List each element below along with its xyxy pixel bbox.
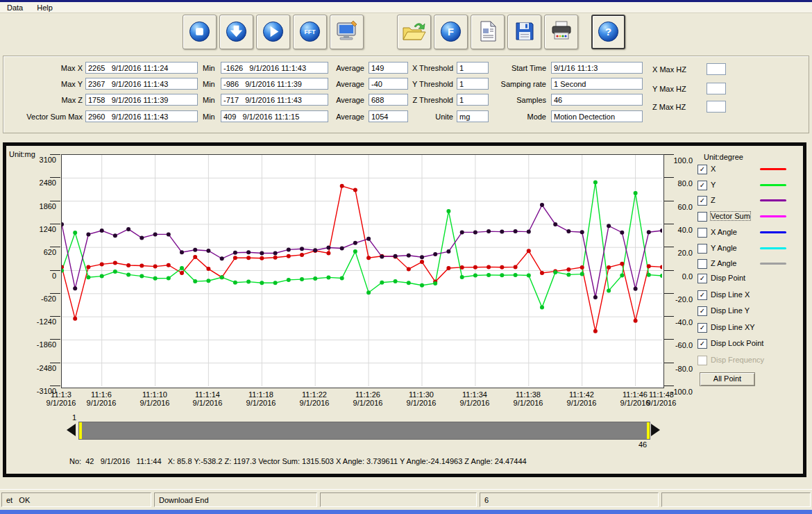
legend-swatch-x xyxy=(760,168,786,170)
samping-rate-field[interactable] xyxy=(551,78,643,90)
report-button[interactable] xyxy=(471,15,505,49)
save-button[interactable] xyxy=(507,15,541,49)
download-button[interactable] xyxy=(219,15,253,49)
max-z-min-field[interactable] xyxy=(221,94,328,106)
menu-item-help[interactable]: Help xyxy=(30,3,60,12)
menu-item-data[interactable]: Data xyxy=(0,3,30,12)
option-checkbox-disp-line-y[interactable]: ✓ xyxy=(697,306,707,316)
option-label-disp-point[interactable]: Disp Point xyxy=(711,274,745,282)
help-button[interactable]: ? xyxy=(591,15,625,49)
y-left-tick-label: 2480 xyxy=(19,179,56,187)
option-checkbox-disp-lock-point[interactable]: ✓ xyxy=(697,339,707,349)
start-time-field[interactable] xyxy=(551,62,643,74)
plot-area[interactable] xyxy=(61,154,664,388)
option-checkbox-disp-line-xy[interactable]: ✓ xyxy=(697,323,707,333)
y-left-tick-label: 1860 xyxy=(19,202,56,210)
legend-unit-label: Unit:degree xyxy=(704,153,743,161)
legend-swatch-y-angle xyxy=(760,247,786,249)
legend-checkbox-x-angle[interactable] xyxy=(697,228,707,238)
y-left-tick xyxy=(50,386,60,386)
x-tick-label: 11:1:389/1/2016 xyxy=(503,390,553,407)
samping-rate-label: Samping rate xyxy=(499,80,546,88)
stop-button[interactable] xyxy=(183,15,217,49)
z-threshold-label: Z Threshold xyxy=(412,96,453,104)
x-tick-label: 11:1:269/1/2016 xyxy=(343,390,393,407)
legend-label-x-angle[interactable]: X Angle xyxy=(711,228,737,236)
all-point-button[interactable]: All Point xyxy=(700,372,755,386)
option-checkbox-disp-point[interactable]: ✓ xyxy=(697,274,707,283)
y-right-tick-label: 0.0 xyxy=(666,272,693,281)
x-max-hz-field[interactable] xyxy=(707,63,726,75)
legend-checkbox-vector-sum[interactable] xyxy=(697,212,707,222)
vector-sum-max-field[interactable] xyxy=(85,110,198,122)
scrollbar-end-cap[interactable] xyxy=(647,422,650,439)
y-right-tick-label: 40.0 xyxy=(666,226,693,234)
toolbar-group-acquisition: FFT xyxy=(183,15,364,49)
option-label-disp-line-y[interactable]: Disp Line Y xyxy=(711,306,750,315)
legend-checkbox-z[interactable]: ✓ xyxy=(697,196,707,206)
scrollbar-right-arrow-icon[interactable] xyxy=(651,424,660,436)
max-x-min-field[interactable] xyxy=(221,62,328,74)
legend-label-vector-sum[interactable]: Vector Sum xyxy=(711,212,750,220)
scrollbar-start-cap[interactable] xyxy=(79,422,82,439)
option-label-disp-line-x[interactable]: Disp Line X xyxy=(711,290,750,299)
scrollbar-track[interactable] xyxy=(78,422,650,440)
scrollbar-left-arrow-icon[interactable] xyxy=(67,424,76,436)
option-label-disp-line-xy[interactable]: Disp Line XY xyxy=(711,323,755,331)
mode-label: Mode xyxy=(499,113,546,121)
max-z-average-field[interactable] xyxy=(369,94,408,106)
vector-sum-max-average-field[interactable] xyxy=(369,110,408,122)
legend-label-z[interactable]: Z xyxy=(711,196,716,204)
fft-icon: FFT xyxy=(298,20,321,44)
legend-checkbox-y-angle[interactable] xyxy=(697,244,707,254)
legend-swatch-z-angle xyxy=(760,263,786,265)
max-x-field[interactable] xyxy=(85,62,198,74)
legend-label-y-angle[interactable]: Y Angle xyxy=(711,244,737,252)
y-right-tick-label: -80.0 xyxy=(666,365,693,373)
fft-button[interactable]: FFT xyxy=(293,15,327,49)
max-x-average-field[interactable] xyxy=(369,62,408,74)
x-tick-label: 11:1:69/1/2016 xyxy=(76,390,126,407)
svg-text:?: ? xyxy=(605,26,611,38)
y-max-hz-field[interactable] xyxy=(707,83,726,94)
legend-checkbox-x[interactable]: ✓ xyxy=(697,165,707,174)
screen-edit-button[interactable] xyxy=(330,15,364,49)
y-left-tick xyxy=(50,201,60,201)
status-panel-4: 6 xyxy=(480,492,659,507)
selected-point-info: No: 42 9/1/2016 11:1:44 X: 85.8 Y:-538.2… xyxy=(6,457,812,465)
vector-sum-max-min-field[interactable] xyxy=(221,110,328,122)
unite-field[interactable] xyxy=(457,110,489,122)
samples-field[interactable] xyxy=(551,94,643,106)
z-threshold-field[interactable] xyxy=(457,94,489,106)
play-button[interactable] xyxy=(256,15,290,49)
legend-label-y[interactable]: Y xyxy=(711,181,716,189)
legend-checkbox-z-angle[interactable] xyxy=(697,259,707,269)
y-left-tick-label: 1240 xyxy=(19,225,56,233)
open-file-button[interactable] xyxy=(397,15,431,49)
legend-checkbox-y[interactable]: ✓ xyxy=(697,181,707,190)
mode-field[interactable] xyxy=(551,110,643,122)
unite-label: Unite xyxy=(412,113,453,121)
option-label-disp-frequency: Disp Frequency xyxy=(711,356,764,364)
option-label-disp-lock-point[interactable]: Disp Lock Point xyxy=(711,339,763,347)
x-threshold-field[interactable] xyxy=(457,62,489,74)
z-max-hz-field[interactable] xyxy=(707,101,726,113)
max-y-min-field[interactable] xyxy=(221,78,328,90)
y-right-tick xyxy=(663,224,674,224)
help-icon: ? xyxy=(597,20,620,44)
max-y-field[interactable] xyxy=(85,78,198,90)
y-right-tick xyxy=(663,386,674,386)
y-threshold-field[interactable] xyxy=(457,78,489,90)
max-y-average-field[interactable] xyxy=(369,78,408,90)
legend-label-x[interactable]: X xyxy=(711,165,716,173)
stop-icon xyxy=(188,20,211,44)
option-checkbox-disp-line-x[interactable]: ✓ xyxy=(697,290,707,300)
y-right-tick xyxy=(663,201,674,201)
legend-label-z-angle[interactable]: Z Angle xyxy=(711,259,736,267)
print-button[interactable] xyxy=(544,15,578,49)
status-panel-3 xyxy=(320,492,477,507)
y-right-tick-label: 100.0 xyxy=(666,156,693,165)
fourier-button[interactable]: F xyxy=(434,15,468,49)
report-icon xyxy=(477,20,498,44)
max-z-field[interactable] xyxy=(85,94,198,106)
